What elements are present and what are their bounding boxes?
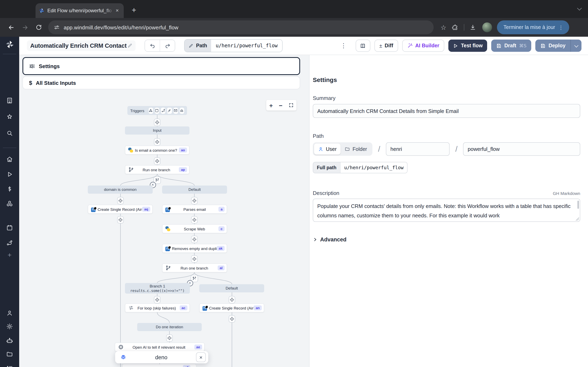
back-icon[interactable] xyxy=(4,20,18,34)
deno-popup[interactable]: deno × xyxy=(115,351,208,363)
summary-input[interactable]: Automatically Enrich CRM Contact Details… xyxy=(313,104,580,118)
sidebar-item-settings[interactable] xyxy=(0,321,19,332)
flow-branch-bar[interactable]: Default xyxy=(162,185,227,194)
flow-step-node[interactable]: TSCreate Single Record (Airtable)an xyxy=(199,303,264,312)
undo-button[interactable] xyxy=(145,40,160,51)
add-step-button[interactable] xyxy=(229,296,235,303)
textarea-scrollbar[interactable] xyxy=(577,201,579,209)
extensions-icon[interactable] xyxy=(449,20,461,34)
fullscreen-icon[interactable] xyxy=(288,103,293,108)
flow-name-input[interactable]: powerful_flow xyxy=(463,142,580,156)
windmill-logo-icon[interactable] xyxy=(0,40,19,50)
route-icon[interactable] xyxy=(161,108,165,114)
email-icon[interactable] xyxy=(173,108,178,114)
add-step-button[interactable] xyxy=(154,296,160,303)
sidebar-item-home[interactable] xyxy=(0,154,19,164)
flow-branch-bar[interactable]: Input xyxy=(125,126,190,134)
add-step-button[interactable] xyxy=(191,216,198,224)
user-toggle[interactable]: User xyxy=(314,143,341,155)
draft-button[interactable]: Draft ⌘S xyxy=(491,40,531,52)
sidebar-item-add[interactable]: + xyxy=(0,250,19,261)
add-step-button[interactable] xyxy=(117,216,124,224)
flow-graph-canvas[interactable]: TriggersInputIs email a common one?aoRun… xyxy=(19,92,309,367)
sidebar-item-resources[interactable] xyxy=(0,198,19,209)
flow-step-node[interactable]: Run one branchap xyxy=(125,165,190,174)
sidebar-item-variables[interactable] xyxy=(0,184,19,194)
profile-avatar[interactable] xyxy=(482,22,492,32)
tab-search-chevron-icon[interactable] xyxy=(577,6,581,10)
zoom-out-button[interactable]: − xyxy=(279,102,283,108)
advanced-toggle[interactable]: Advanced xyxy=(313,236,580,243)
flow-step-node-partial[interactable]: af xyxy=(122,364,196,367)
path-chip[interactable]: Path u/henri/powerful_flow xyxy=(184,39,283,52)
sidebar-item-search[interactable] xyxy=(0,128,19,138)
docs-book-button[interactable] xyxy=(356,40,370,52)
webhook-icon[interactable] xyxy=(148,108,153,114)
schedule-icon[interactable] xyxy=(155,108,159,114)
add-step-button[interactable] xyxy=(154,138,160,146)
sidebar-item-logs[interactable] xyxy=(0,363,19,367)
flow-branch-bar[interactable]: Branch 1results.c.some((x)=>x!="") xyxy=(125,283,190,294)
test-flow-button[interactable]: Test flow xyxy=(448,40,487,52)
browser-tab[interactable]: Edit Flow u/henri/powerful_flo × xyxy=(35,3,124,18)
deploy-button[interactable]: Deploy xyxy=(536,40,571,52)
save-icon xyxy=(496,43,502,48)
sidebar-item-account[interactable] xyxy=(0,308,19,318)
add-step-button[interactable] xyxy=(229,315,235,323)
download-icon[interactable] xyxy=(467,20,478,34)
browser-update-button[interactable]: Terminer la mise à jour ⋮ xyxy=(497,20,569,34)
tab-close-icon[interactable]: × xyxy=(114,7,121,14)
flow-step-node[interactable]: TSRemoves empty and duplicatesak xyxy=(162,244,227,253)
step-label: Create Single Record (Airtable) xyxy=(96,207,142,211)
flow-step-node[interactable]: Open AI to tell if relevant resultae xyxy=(115,342,205,351)
popup-close-button[interactable]: × xyxy=(196,352,206,362)
flow-step-node[interactable]: TSCreate Single Record (Airtable)aq xyxy=(88,205,153,214)
sidebar-item-folders[interactable] xyxy=(0,349,19,359)
textarea-resize-handle[interactable] xyxy=(576,217,579,221)
deploy-dropdown-button[interactable] xyxy=(571,40,581,52)
settings-card[interactable]: Settings xyxy=(22,57,300,75)
flow-step-node[interactable]: For loop (skip failures)ac xyxy=(125,303,190,312)
sidebar-item-runs[interactable] xyxy=(0,169,19,179)
add-step-button[interactable] xyxy=(154,157,160,165)
add-step-button[interactable] xyxy=(117,197,124,204)
flow-step-node[interactable]: Scrape Webc xyxy=(162,224,227,233)
url-bar[interactable]: app.windmill.dev/flows/edit/u/henri/powe… xyxy=(48,20,434,34)
sidebar-item-schedules[interactable] xyxy=(0,222,19,233)
add-step-button[interactable] xyxy=(191,236,198,243)
ai-builder-button[interactable]: AI Builder xyxy=(402,40,444,52)
zoom-in-button[interactable]: + xyxy=(269,102,273,108)
redo-button[interactable] xyxy=(160,40,175,51)
folder-toggle[interactable]: Folder xyxy=(341,143,371,155)
sidebar-item-ai[interactable] xyxy=(0,335,19,346)
flow-step-node[interactable]: Is email a common one?ao xyxy=(125,146,190,155)
flow-step-node[interactable]: Run one branchal xyxy=(162,263,227,272)
site-info-icon[interactable] xyxy=(54,25,60,30)
forward-icon[interactable] xyxy=(18,20,32,34)
bookmark-star-icon[interactable]: ☆ xyxy=(438,24,449,31)
add-step-button[interactable] xyxy=(166,334,173,342)
owner-input[interactable]: henri xyxy=(386,142,450,156)
flow-branch-bar[interactable]: Default xyxy=(199,284,264,292)
new-tab-button[interactable]: + xyxy=(128,5,140,16)
sidebar-item-workspace[interactable] xyxy=(0,95,19,106)
flow-branch-bar[interactable]: Do one iteration xyxy=(137,323,202,331)
diff-button[interactable]: ± Diff xyxy=(374,40,398,52)
description-textarea[interactable]: Populate your CRM contacts' details from… xyxy=(313,199,580,222)
reload-icon[interactable] xyxy=(32,20,46,34)
add-step-button[interactable] xyxy=(191,255,198,263)
flow-branch-bar[interactable]: domain is common xyxy=(88,185,153,194)
triggers-node[interactable]: Triggers xyxy=(127,106,187,115)
poll-icon[interactable] xyxy=(180,108,184,114)
app-sidebar: + xyxy=(0,37,19,367)
sidebar-item-favorites[interactable] xyxy=(0,111,19,122)
more-options-icon[interactable]: ⋮ xyxy=(336,42,352,49)
kafka-icon[interactable] xyxy=(167,108,172,114)
sidebar-item-routes[interactable] xyxy=(0,237,19,248)
flow-step-node[interactable]: TSParses emaila xyxy=(162,205,227,214)
add-step-button[interactable] xyxy=(154,119,160,126)
add-step-button[interactable] xyxy=(191,197,198,204)
browser-menu-icon[interactable]: ⋮ xyxy=(555,24,567,30)
flow-title-editable[interactable]: Automatically Enrich CRM Contact xyxy=(27,40,136,51)
all-static-inputs-card[interactable]: $ All Static Inputs xyxy=(22,76,300,89)
